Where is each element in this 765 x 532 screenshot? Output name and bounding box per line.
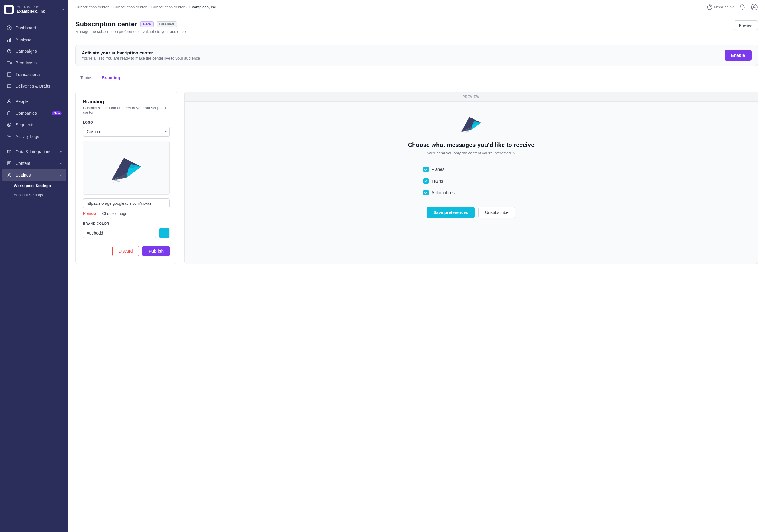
sidebar-item-label: Data & Integrations	[16, 149, 57, 154]
brand-color-input[interactable]	[83, 228, 156, 238]
deliveries-icon	[7, 84, 12, 89]
tabs-row: Topics Branding	[68, 72, 765, 84]
sidebar-item-label: Segments	[16, 122, 62, 127]
account-settings-label: Account Settings	[14, 193, 43, 197]
panel-actions: Discard Publish	[83, 246, 170, 257]
sidebar-item-content[interactable]: Content ▾	[2, 158, 66, 169]
brand-color-label: BRAND COLOR	[83, 222, 170, 225]
preview-panel: PREVIEW Choose w	[184, 92, 758, 264]
tab-topics[interactable]: Topics	[75, 72, 97, 84]
sidebar-item-label: Analysis	[16, 37, 62, 42]
svg-rect-14	[7, 162, 11, 165]
svg-line-30	[463, 131, 469, 132]
logo-url-input[interactable]	[83, 199, 170, 208]
publish-button[interactable]: Publish	[143, 246, 170, 257]
activate-banner: Activate your subscription center You're…	[75, 45, 758, 66]
breadcrumb-sep-2: /	[149, 5, 150, 9]
preview-header-label: PREVIEW	[185, 92, 758, 102]
sidebar-item-label: Dashboard	[16, 25, 62, 30]
enable-button[interactable]: Enable	[725, 50, 752, 61]
sidebar-item-label: Companies	[16, 111, 48, 116]
sidebar-item-account-settings[interactable]: Account Settings	[14, 190, 68, 200]
data-icon	[7, 149, 12, 154]
svg-line-31	[462, 133, 467, 133]
sidebar-item-people[interactable]: People	[2, 96, 66, 107]
user-avatar-icon[interactable]	[751, 4, 758, 11]
app-logo	[4, 5, 14, 14]
page-header: Subscription center Beta Disabled Manage…	[68, 14, 765, 39]
svg-point-1	[9, 27, 10, 29]
breadcrumb: Subscription center / Subscription cente…	[75, 5, 216, 9]
branding-panel: Branding Customize the look and feel of …	[75, 92, 177, 264]
page-title-row: Subscription center Beta Disabled	[75, 20, 186, 28]
breadcrumb-1[interactable]: Subscription center	[75, 5, 109, 9]
settings-icon	[7, 172, 12, 178]
settings-chevron-icon: ▴	[60, 174, 62, 177]
sidebar-item-settings[interactable]: Settings ▴	[2, 169, 66, 181]
svg-rect-3	[9, 39, 10, 42]
sidebar: CUSTOMER.IO Exampleco, Inc ▾ Dashboard	[0, 0, 68, 532]
need-help-text: Need help?	[714, 5, 734, 9]
sidebar-item-campaigns[interactable]: Campaigns	[2, 46, 66, 57]
svg-rect-8	[7, 85, 11, 88]
activate-text: Activate your subscription center You're…	[82, 50, 200, 60]
sidebar-item-label: Content	[16, 161, 57, 166]
sidebar-item-analysis[interactable]: Analysis	[2, 34, 66, 45]
company-name: Exampleco, Inc	[17, 9, 59, 13]
discard-button[interactable]: Discard	[112, 246, 139, 257]
content-area: Subscription center Beta Disabled Manage…	[68, 14, 765, 532]
preview-heading: Choose what messages you'd like to recei…	[408, 142, 534, 149]
check-icon	[424, 168, 428, 171]
choose-image-button[interactable]: Choose image	[102, 211, 127, 216]
sidebar-item-activity-logs[interactable]: Activity Logs	[2, 131, 66, 142]
svg-rect-10	[7, 112, 11, 115]
main-content: Subscription center / Subscription cente…	[68, 0, 765, 532]
preview-body: Choose what messages you'd like to recei…	[185, 102, 758, 230]
breadcrumb-2[interactable]: Subscription center	[113, 5, 147, 9]
unsubscribe-button[interactable]: Unsubscribe	[478, 207, 515, 218]
checkbox-trains-label: Trains	[431, 179, 443, 184]
check-icon	[424, 191, 428, 195]
check-icon	[424, 179, 428, 183]
sidebar-item-broadcasts[interactable]: Broadcasts	[2, 57, 66, 69]
preview-checkboxes: Planes Trains	[423, 164, 519, 199]
tab-branding[interactable]: Branding	[97, 72, 125, 84]
preview-button[interactable]: Preview	[734, 20, 758, 30]
remove-logo-button[interactable]: Remove	[83, 211, 97, 216]
workspace-switcher[interactable]: CUSTOMER.IO Exampleco, Inc ▾	[0, 0, 68, 19]
logo-label: LOGO	[83, 121, 170, 124]
broadcasts-icon	[7, 60, 12, 66]
svg-line-24	[113, 181, 120, 182]
sidebar-item-label: Broadcasts	[16, 60, 62, 65]
save-preferences-button[interactable]: Save preferences	[427, 207, 475, 218]
content-icon	[7, 161, 12, 166]
content-chevron-icon: ▾	[60, 162, 62, 165]
logo-select[interactable]: Custom Default None	[83, 127, 170, 137]
logo-preview-image	[108, 153, 144, 183]
sidebar-item-dashboard[interactable]: Dashboard	[2, 22, 66, 34]
sidebar-item-workspace-settings[interactable]: Workspace Settings	[14, 181, 68, 190]
logo-select-wrapper: Custom Default None ▾	[83, 127, 170, 137]
checkbox-trains: Trains	[423, 175, 519, 187]
sidebar-item-label: Transactional	[16, 72, 62, 77]
segments-icon	[7, 122, 12, 128]
svg-point-18	[753, 6, 755, 7]
notifications-icon[interactable]	[739, 4, 746, 11]
svg-rect-4	[10, 38, 11, 42]
sidebar-item-companies[interactable]: Companies New	[2, 107, 66, 119]
breadcrumb-3[interactable]: Subscription center	[152, 5, 185, 9]
activate-description: You're all set! You are ready to make th…	[82, 56, 200, 60]
sidebar-item-segments[interactable]: Segments	[2, 119, 66, 131]
need-help-link[interactable]: Need help?	[707, 4, 734, 10]
sidebar-item-deliveries[interactable]: Deliveries & Drafts	[2, 81, 66, 92]
color-row	[83, 228, 170, 239]
svg-point-15	[9, 175, 10, 176]
sidebar-item-data-integrations[interactable]: Data & Integrations ▾	[2, 146, 66, 157]
preview-action-buttons: Save preferences Unsubscribe	[427, 207, 515, 218]
sidebar-item-transactional[interactable]: Transactional	[2, 69, 66, 80]
sidebar-item-label: Settings	[16, 173, 57, 178]
checkbox-planes: Planes	[423, 164, 519, 175]
workspace-settings-label: Workspace Settings	[14, 184, 51, 188]
checkbox-automobiles-box	[423, 190, 428, 196]
brand-color-swatch[interactable]	[159, 228, 170, 239]
